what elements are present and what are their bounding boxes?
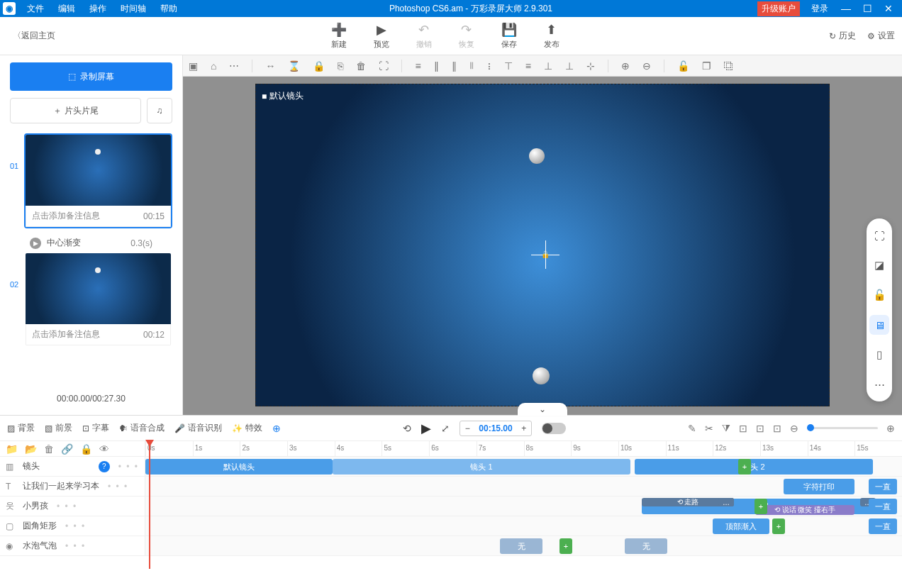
timeline-clip[interactable]: + bbox=[772, 518, 785, 534]
timeline-clip[interactable]: 顶部渐入 bbox=[713, 518, 769, 534]
tts-tool[interactable]: 🗣语音合成 bbox=[119, 422, 165, 434]
canvas[interactable]: ■默认镜头 🔒 bbox=[255, 84, 830, 406]
marker-icon[interactable]: ⊡ bbox=[756, 423, 764, 434]
scene-item[interactable]: 01 点击添加备注信息00:15 bbox=[10, 133, 172, 228]
track-label[interactable]: T让我们一起来学习本• • • bbox=[0, 477, 145, 496]
timeline-clip[interactable]: 镜头 2 bbox=[635, 459, 873, 475]
scene-card[interactable]: 点击添加备注信息00:15 bbox=[24, 133, 172, 228]
align-v1-icon[interactable]: ‖ bbox=[434, 60, 439, 72]
maximize-button[interactable]: ☐ bbox=[857, 3, 878, 14]
login-link[interactable]: 登录 bbox=[804, 3, 835, 15]
scene-item[interactable]: 02 点击添加备注信息00:12 bbox=[10, 252, 172, 347]
back-button[interactable]: 〈 返回主页 bbox=[7, 27, 61, 45]
menu-help[interactable]: 帮助 bbox=[153, 3, 184, 15]
track-content[interactable]: 默认镜头镜头 1镜头 2+ bbox=[145, 457, 902, 476]
subtitle-tool[interactable]: ⊡字幕 bbox=[82, 422, 109, 434]
bubble-element[interactable] bbox=[533, 367, 550, 384]
zoom-in-icon[interactable]: ⊕ bbox=[621, 60, 630, 72]
trash-icon[interactable]: 🗑 bbox=[356, 60, 366, 72]
time-stepper[interactable]: − 00:15.00 + bbox=[460, 421, 531, 436]
lock-icon[interactable]: 🔒 bbox=[313, 60, 325, 72]
track-label[interactable]: ▥镜头?• • • bbox=[0, 457, 145, 476]
scene-card[interactable]: 点击添加备注信息00:12 bbox=[24, 252, 172, 347]
scene-note[interactable]: 点击添加备注信息 bbox=[32, 210, 100, 222]
filter-icon[interactable]: ⧩ bbox=[722, 422, 730, 434]
track-dots-icon[interactable]: • • • bbox=[118, 462, 139, 472]
foreground-tool[interactable]: ▧前景 bbox=[45, 422, 72, 434]
loop-icon[interactable]: ⊡ bbox=[773, 423, 781, 434]
folder-icon[interactable]: 📁 bbox=[6, 443, 18, 455]
track-dots-icon[interactable]: • • • bbox=[65, 521, 86, 531]
timeline-clip[interactable]: 一直 bbox=[869, 499, 897, 514]
scene-transition[interactable]: ▶ 中心渐变 0.3(s) bbox=[10, 234, 172, 252]
unlock-icon[interactable]: 🔓 bbox=[677, 60, 689, 72]
menu-action[interactable]: 操作 bbox=[82, 3, 113, 15]
crop-icon[interactable]: ⛶ bbox=[379, 60, 389, 72]
scene-thumbnail[interactable] bbox=[26, 253, 171, 324]
timeline-clip[interactable]: 镜头 1 bbox=[333, 459, 630, 475]
save-button[interactable]: 💾保存 bbox=[495, 22, 523, 50]
trash-icon[interactable]: 🗑 bbox=[44, 443, 54, 455]
arrow-icon[interactable]: ↔ bbox=[265, 60, 275, 72]
timeline-clip[interactable]: 一直 bbox=[869, 479, 897, 494]
snap-icon[interactable]: ⊡ bbox=[739, 423, 747, 434]
more-circle-icon[interactable]: ⊕ bbox=[272, 423, 281, 434]
unlock-icon[interactable]: 🔓 bbox=[869, 285, 889, 305]
track-content[interactable]: 顶部渐入+一直 bbox=[145, 516, 902, 536]
home-icon[interactable]: ⌂ bbox=[211, 60, 216, 72]
center-icon[interactable]: ⊹ bbox=[586, 60, 595, 72]
scene-note[interactable]: 点击添加备注信息 bbox=[32, 328, 100, 340]
play-icon[interactable]: ▶ bbox=[30, 238, 41, 249]
add-folder-icon[interactable]: 📂 bbox=[25, 443, 37, 455]
undo-button[interactable]: ↶撤销 bbox=[410, 22, 438, 50]
menu-file[interactable]: 文件 bbox=[20, 3, 51, 15]
effects-tool[interactable]: ✨特效 bbox=[232, 422, 262, 434]
timeline-subclip[interactable]: … bbox=[718, 498, 734, 506]
playhead[interactable] bbox=[149, 441, 150, 569]
fullscreen-icon[interactable]: ⛶ bbox=[869, 226, 889, 245]
align-mid-icon[interactable]: ≡ bbox=[525, 60, 531, 72]
track-label[interactable]: ◉水泡气泡• • • bbox=[0, 536, 145, 555]
preview-button[interactable]: ▶预览 bbox=[367, 22, 396, 50]
scene-thumbnail[interactable] bbox=[26, 135, 171, 206]
track-label[interactable]: ▢圆角矩形• • • bbox=[0, 516, 145, 536]
history-button[interactable]: ↻历史 bbox=[829, 30, 856, 42]
mobile-icon[interactable]: ▯ bbox=[869, 345, 889, 365]
toggle-switch[interactable] bbox=[542, 423, 566, 434]
head-tail-button[interactable]: ＋片头片尾 bbox=[10, 98, 141, 123]
help-icon[interactable]: ? bbox=[99, 461, 110, 472]
zoom-out-icon[interactable]: ⊖ bbox=[642, 60, 651, 72]
timeline-clip[interactable]: + bbox=[738, 459, 751, 475]
menu-edit[interactable]: 编辑 bbox=[51, 3, 82, 15]
timeline-subclip[interactable]: ⟲ 说话 微笑 擡右手 bbox=[755, 505, 854, 515]
timeline-clip[interactable]: 字符打印 bbox=[784, 479, 854, 494]
close-button[interactable]: ✕ bbox=[878, 3, 899, 14]
upgrade-badge[interactable]: 升级账户 bbox=[757, 1, 800, 16]
collapse-toggle[interactable]: ⌄ bbox=[518, 403, 567, 416]
align-v2-icon[interactable]: ‖ bbox=[452, 60, 457, 72]
music-button[interactable]: ♫ bbox=[147, 98, 172, 123]
zoom-in-icon[interactable]: ⊕ bbox=[886, 423, 895, 434]
track-content[interactable]: 字符打印一直 bbox=[145, 477, 902, 496]
rewind-icon[interactable]: ⟲ bbox=[403, 423, 411, 434]
zoom-slider[interactable] bbox=[807, 427, 878, 429]
new-button[interactable]: ➕新建 bbox=[325, 22, 353, 50]
redo-button[interactable]: ↷恢复 bbox=[452, 22, 481, 50]
align-left-icon[interactable]: ≡ bbox=[415, 60, 421, 72]
timeline-clip[interactable]: 无 bbox=[500, 538, 542, 554]
asr-tool[interactable]: 🎤语音识别 bbox=[174, 422, 222, 434]
eraser-icon[interactable]: ◪ bbox=[869, 255, 889, 275]
align-bot-icon[interactable]: ⊥ bbox=[544, 60, 552, 72]
play-icon[interactable]: ▶ bbox=[421, 421, 431, 436]
align-h-icon[interactable]: ⫴ bbox=[469, 60, 474, 72]
timeline-clip[interactable]: + bbox=[755, 499, 767, 514]
distribute-icon[interactable]: ⫶ bbox=[486, 60, 491, 72]
track-content[interactable]: 移动⟲ 走路…⟲ 说话 微笑 擡右手…一直+ bbox=[145, 497, 902, 516]
copy-icon[interactable]: ⎘ bbox=[338, 60, 343, 72]
align-top-icon[interactable]: ⊤ bbox=[504, 60, 513, 72]
duplicate-icon[interactable]: ⿻ bbox=[724, 60, 734, 72]
track-dots-icon[interactable]: • • • bbox=[108, 482, 128, 492]
menu-timeline[interactable]: 时间轴 bbox=[113, 3, 153, 15]
zoom-out-icon[interactable]: ⊖ bbox=[790, 423, 798, 434]
monitor-icon[interactable]: 🖥 bbox=[869, 315, 889, 335]
